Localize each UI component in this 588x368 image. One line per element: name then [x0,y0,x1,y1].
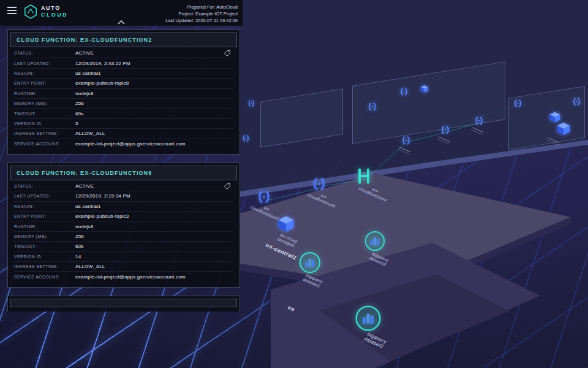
resource-icon[interactable] [420,85,429,93]
detail-label: REGION: [14,71,75,75]
detail-label: REGION: [14,204,75,209]
detail-row: SERVICE ACCOUNT: example-iot-project@app… [14,272,233,282]
detail-value: 256 [75,234,84,239]
resource-icon[interactable] [399,87,409,96]
detail-row: MEMORY (MB): 256 [14,232,233,242]
app-window: ex-cloudfunction3 ex-cloudfunction5 ex-c… [0,0,588,368]
detail-value: ALLOW_ALL [75,264,105,269]
cloud-storage-icon[interactable] [277,215,295,233]
detail-row: TIMEOUT: 60s [14,109,233,118]
detail-row: ENTRY POINT: example-pubsub-topic8 [14,79,233,88]
detail-value: 60s [75,243,84,249]
card-body: STATUS: ACTIVE LAST UPDATED: 12/29/2019,… [10,180,237,285]
prepared-for-text: Prepared For: AutoCloud [165,4,238,10]
menu-icon[interactable] [7,7,17,14]
detail-value: ALLOW_ALL [75,131,105,136]
detail-label: ENTRY POINT: [14,214,75,218]
detail-label: RUNTIME: [14,224,75,229]
detail-label: ENTRY POINT: [14,81,75,85]
detail-value: 12/29/2019, 2:43:22 PM [75,61,130,66]
logo-text-auto: AUTO [41,6,68,11]
detail-value: 256 [75,101,84,106]
detail-label: STATUS: [14,184,75,188]
detail-value: nodejs8 [75,91,93,96]
tag-icon[interactable] [224,50,231,57]
resource-icon[interactable] [513,99,522,108]
cloud-function-card [7,296,240,312]
card-body [10,307,237,311]
detail-label: TIMEOUT: [14,112,75,116]
bigquery-dataset-icon[interactable] [354,304,382,332]
detail-value: 5 [75,121,78,126]
detail-label: SERVICE ACCOUNT: [14,275,75,279]
detail-label: STATUS: [14,51,75,55]
header-bar: AUTO CLOUD Prepared For: AutoCloud Proje… [0,0,243,26]
detail-row: MEMORY (MB): 256 [14,99,233,109]
logo-text-cloud: CLOUD [41,12,68,18]
detail-row: REGION: us-central1 [14,69,233,79]
chevron-up-icon[interactable] [118,16,125,27]
card-header[interactable] [10,299,237,307]
detail-value: us-central1 [75,71,101,76]
last-updated-text: Last Updated: 2020-07-11 19:42:00 [165,17,238,24]
autocloud-logo[interactable]: AUTO CLOUD [24,4,68,19]
detail-label: INGRESS SETTING: [14,264,75,269]
detail-row: SERVICE ACCOUNT: example-iot-project@app… [14,139,233,149]
detail-label: TIMEOUT: [14,244,75,248]
tag-icon[interactable] [224,183,231,190]
detail-label: SERVICE ACCOUNT: [14,142,75,146]
card-header[interactable]: CLOUD FUNCTION: EX-CLOUDFUNCTION2 [10,33,237,47]
detail-value: us-central1 [75,204,101,209]
resource-icon[interactable] [247,99,255,107]
card-body: STATUS: ACTIVE LAST UPDATED: 12/29/2019,… [10,47,237,151]
detail-value: 60s [75,111,84,117]
detail-value: example-iot-project@apps.gserviceaccount… [75,141,186,147]
detail-row: STATUS: ACTIVE [14,48,233,58]
detail-row: ENTRY POINT: example-pubsub-topic3 [14,212,233,221]
detail-row: VERSION ID: 14 [14,252,233,262]
detail-label: MEMORY (MB): [14,234,75,239]
autocloud-logo-icon [24,4,37,19]
resource-icon[interactable] [242,134,250,142]
detail-label: LAST UPDATED: [14,61,75,66]
detail-value: example-iot-project@apps.gserviceaccount… [75,274,186,280]
detail-value: example-pubsub-topic8 [75,80,129,86]
cloud-function-card: CLOUD FUNCTION: EX-CLOUDFUNCTION2 STATUS… [7,29,240,155]
detail-row: INGRESS SETTING: ALLOW_ALL [14,129,233,139]
detail-row: VERSION ID: 5 [14,119,233,129]
info-panel-column[interactable]: CLOUD FUNCTION: EX-CLOUDFUNCTION2 STATUS… [7,29,240,312]
detail-value: nodejs8 [75,224,93,229]
detail-label: LAST UPDATED: [14,194,75,198]
detail-value: ACTIVE [75,50,94,56]
resource-icon[interactable] [474,116,484,126]
detail-value: example-pubsub-topic3 [75,213,129,219]
resource-icon[interactable] [556,121,571,136]
resource-icon[interactable] [368,102,377,112]
detail-label: INGRESS SETTING: [14,131,75,136]
card-title: CLOUD FUNCTION: EX-CLOUDFUNCTION2 [17,37,231,43]
detail-row: LAST UPDATED: 12/29/2019, 2:43:22 PM [14,58,233,68]
card-title: CLOUD FUNCTION: EX-CLOUDFUNCTION6 [17,170,231,176]
detail-row: RUNTIME: nodejs8 [14,89,233,99]
detail-row: REGION: us-central1 [14,202,233,212]
detail-value: 12/29/2019, 2:15:34 PM [75,193,130,199]
report-meta: Prepared For: AutoCloud Project: Example… [165,4,238,24]
detail-label: RUNTIME: [14,91,75,96]
resource-icon[interactable] [572,97,581,106]
card-header[interactable]: CLOUD FUNCTION: EX-CLOUDFUNCTION6 [10,166,237,180]
detail-row: TIMEOUT: 60s [14,242,233,251]
detail-label: MEMORY (MB): [14,101,75,105]
detail-row: RUNTIME: nodejs8 [14,221,233,231]
detail-row: INGRESS SETTING: ALLOW_ALL [14,262,233,272]
project-text: Project: Example IOT Project [165,10,238,17]
detail-row: STATUS: ACTIVE [14,182,233,191]
resource-icon[interactable] [440,125,450,135]
detail-row: LAST UPDATED: 12/29/2019, 2:15:34 PM [14,191,233,201]
cloud-function-card: CLOUD FUNCTION: EX-CLOUDFUNCTION6 STATUS… [7,163,240,288]
detail-value: 14 [75,254,81,259]
resource-icon[interactable] [401,136,411,145]
detail-value: ACTIVE [75,183,94,189]
detail-label: VERSION ID: [14,121,75,126]
detail-label: VERSION ID: [14,255,75,259]
